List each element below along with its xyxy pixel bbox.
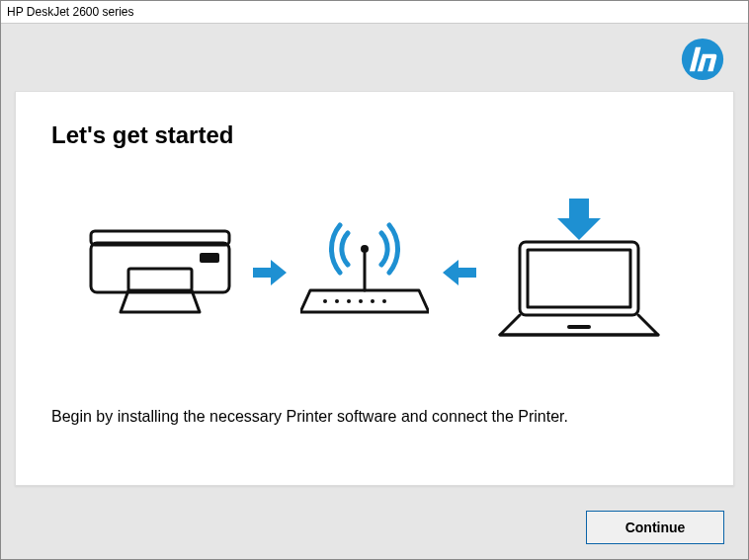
- arrow-right-icon: [253, 258, 287, 287]
- arrow-left-icon: [443, 258, 476, 287]
- window-title: HP DeskJet 2600 series: [7, 5, 134, 19]
- header-area: [1, 24, 748, 91]
- content-card: Let's get started: [15, 91, 734, 486]
- instruction-text: Begin by installing the necessary Printe…: [51, 406, 644, 428]
- svg-rect-4: [200, 253, 219, 263]
- window-titlebar: HP DeskJet 2600 series: [1, 1, 748, 24]
- continue-button[interactable]: Continue: [586, 511, 724, 544]
- footer-area: Continue: [1, 496, 748, 559]
- svg-rect-13: [520, 242, 638, 315]
- svg-rect-14: [528, 250, 630, 307]
- svg-rect-16: [567, 325, 591, 329]
- connection-illustration: [51, 199, 698, 347]
- installer-window: HP DeskJet 2600 series Let's get started: [0, 0, 749, 560]
- svg-point-7: [323, 299, 327, 303]
- svg-point-10: [359, 299, 363, 303]
- laptop-icon: [490, 199, 668, 347]
- svg-point-8: [335, 299, 339, 303]
- svg-point-6: [361, 245, 369, 253]
- wifi-router-icon: [300, 213, 429, 332]
- svg-point-12: [382, 299, 386, 303]
- svg-rect-3: [128, 269, 192, 290]
- svg-point-9: [347, 299, 351, 303]
- printer-icon: [81, 213, 239, 332]
- content-outer: Let's get started: [1, 91, 748, 496]
- page-heading: Let's get started: [51, 121, 698, 149]
- arrow-down-icon: [557, 199, 601, 240]
- hp-logo-icon: [681, 38, 724, 81]
- svg-point-11: [371, 299, 374, 303]
